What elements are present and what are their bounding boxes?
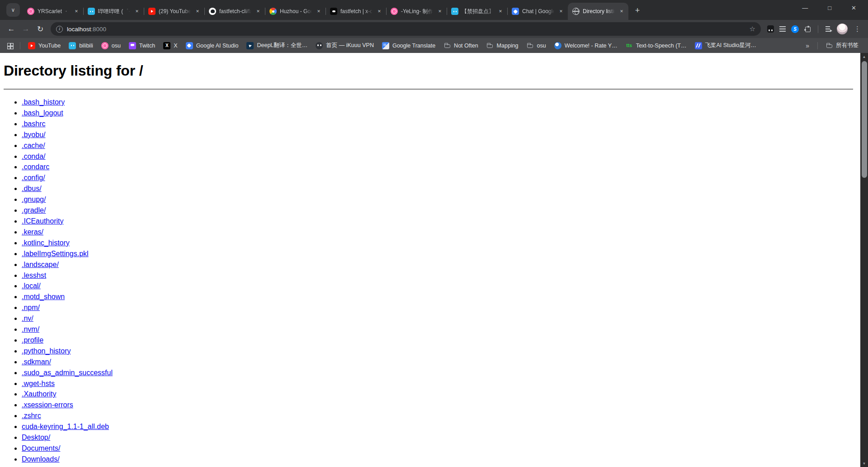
file-link[interactable]: .xsession-errors (22, 401, 73, 409)
bookmark-favicon-icon (69, 42, 76, 49)
bookmark-item[interactable]: osu (523, 40, 550, 51)
bookmark-item[interactable]: osu (97, 40, 125, 51)
file-link[interactable]: .bashrc (22, 120, 45, 128)
bookmark-item[interactable]: Not Often (439, 40, 482, 51)
profile-avatar[interactable] (837, 24, 848, 34)
file-link[interactable]: .wget-hsts (22, 380, 55, 387)
reload-button[interactable]: ↻ (33, 22, 47, 36)
file-link[interactable]: .bash_logout (22, 109, 63, 117)
minimize-icon[interactable]: — (802, 5, 808, 11)
file-link[interactable]: .conda/ (22, 152, 45, 160)
all-bookmarks-button[interactable]: 所有书签 (821, 40, 863, 51)
file-link[interactable]: .byobu/ (22, 131, 45, 138)
file-link[interactable]: .nv/ (22, 315, 33, 322)
browser-tab[interactable]: -YeLing- 制作的 L ✕ (386, 3, 447, 20)
browser-tab[interactable]: 【禁招盘点】街霸 ✕ (447, 3, 507, 20)
tab-close-icon[interactable]: ✕ (557, 8, 565, 15)
bookmarks-overflow-icon[interactable]: » (801, 42, 814, 49)
browser-tab[interactable]: Directory listing f ✕ (568, 3, 628, 20)
tab-close-icon[interactable]: ✕ (194, 8, 201, 15)
bookmark-item[interactable]: Google Translate (378, 40, 439, 51)
site-info-icon[interactable] (56, 26, 63, 33)
bookmark-item[interactable]: 首页 — iKuuu VPN (311, 40, 378, 51)
file-link[interactable]: .dbus/ (22, 185, 42, 192)
browser-tab[interactable]: fastfetch | x-cmd ✕ (326, 3, 386, 20)
bookmark-label: 飞桨AI Studio星河… (705, 42, 756, 49)
file-link[interactable]: .kotlinc_history (22, 239, 70, 247)
apps-grid-icon[interactable] (7, 43, 13, 48)
tab-close-icon[interactable]: ✕ (315, 8, 322, 15)
browser-tab[interactable]: YRScarlet ・ 玩家 ✕ (23, 3, 83, 20)
scroll-up-icon[interactable]: ▲ (860, 53, 868, 60)
vertical-scrollbar[interactable]: ▲ ▼ (860, 53, 868, 467)
maximize-icon[interactable]: □ (828, 5, 831, 11)
extensions-puzzle-icon[interactable] (804, 26, 811, 32)
file-link[interactable]: .local/ (22, 282, 41, 290)
file-link[interactable]: .sudo_as_admin_successful (22, 369, 113, 376)
tab-close-icon[interactable]: ✕ (436, 8, 443, 15)
tab-close-icon[interactable]: ✕ (376, 8, 383, 15)
file-link[interactable]: .nvm/ (22, 325, 39, 333)
bookmark-star-icon[interactable]: ☆ (750, 25, 755, 33)
browser-tab[interactable]: fastfetch-cli/fastf ✕ (204, 3, 265, 20)
file-link[interactable]: .npm/ (22, 304, 40, 311)
file-link[interactable]: Downloads/ (22, 455, 60, 463)
file-link[interactable]: .gnupg/ (22, 195, 46, 203)
scrollbar-thumb[interactable] (862, 61, 867, 178)
file-link[interactable]: .lesshst (22, 272, 46, 279)
browser-tab[interactable]: Chat | Google AI S ✕ (507, 3, 568, 20)
file-link[interactable]: .condarc (22, 163, 49, 171)
file-link[interactable]: cuda-keyring_1.1-1_all.deb (22, 423, 109, 430)
file-link[interactable]: .profile (22, 336, 43, 344)
bookmark-item[interactable]: X X (159, 40, 181, 51)
close-icon[interactable]: ✕ (851, 5, 856, 11)
bookmark-item[interactable]: Welcome! - Rate Y… (550, 40, 622, 51)
file-link[interactable]: .gradle/ (22, 206, 46, 214)
file-link[interactable]: .ICEauthority (22, 217, 63, 225)
file-link[interactable]: .cache/ (22, 142, 45, 149)
bookmark-item[interactable]: DeepL翻译：全世… (242, 40, 311, 51)
file-link[interactable]: .keras/ (22, 228, 43, 236)
file-list-item: .byobu/ (22, 129, 853, 140)
file-link[interactable]: .landscape/ (22, 261, 59, 268)
file-link[interactable]: Documents/ (22, 444, 60, 452)
bookmark-favicon-icon (246, 42, 254, 49)
tab-close-icon[interactable]: ✕ (497, 8, 504, 15)
new-tab-button[interactable]: + (631, 4, 644, 17)
scroll-down-icon[interactable]: ▼ (860, 460, 868, 467)
address-bar[interactable]: localhost:8000 ☆ (51, 22, 761, 36)
tab-search-button[interactable]: ∨ (6, 3, 20, 17)
browser-tab[interactable]: (29) YouTube ✕ (144, 3, 204, 20)
tab-close-icon[interactable]: ✕ (618, 8, 625, 15)
browser-menu-icon[interactable]: ⋮ (851, 25, 863, 33)
file-link[interactable]: .config/ (22, 174, 45, 181)
bookmark-item[interactable]: Google AI Studio (182, 40, 243, 51)
bookmark-item[interactable]: Mapping (482, 40, 523, 51)
extension-shazam-icon[interactable]: S (791, 25, 799, 33)
file-link[interactable]: .labelImgSettings.pkl (22, 250, 89, 257)
bookmark-item[interactable]: YouTube (24, 40, 65, 51)
file-link[interactable]: .motd_shown (22, 293, 65, 300)
tab-close-icon[interactable]: ✕ (255, 8, 262, 15)
file-link[interactable]: .sdkman/ (22, 358, 51, 366)
back-button[interactable]: ← (5, 22, 18, 36)
bookmark-item[interactable]: Twitch (125, 40, 159, 51)
bookmark-item[interactable]: tts Text-to-Speech (T… (622, 40, 691, 51)
file-link[interactable]: .python_history (22, 347, 71, 355)
extension-eyes-icon[interactable] (767, 25, 774, 33)
file-link[interactable]: .bash_history (22, 98, 65, 106)
browser-tab[interactable]: Huzhou - Google ✕ (265, 3, 326, 20)
file-list-item: .gradle/ (22, 205, 853, 216)
file-link[interactable]: .zshrc (22, 412, 41, 419)
forward-button[interactable]: → (19, 22, 33, 36)
bookmark-item[interactable]: 飞桨AI Studio星河… (691, 40, 760, 51)
tab-title: 【禁招盘点】街霸 (462, 8, 494, 15)
file-link[interactable]: Desktop/ (22, 434, 50, 441)
tab-close-icon[interactable]: ✕ (73, 8, 80, 15)
tab-close-icon[interactable]: ✕ (133, 8, 141, 15)
file-link[interactable]: .Xauthority (22, 390, 56, 398)
extension-list-icon[interactable] (779, 26, 786, 32)
browser-tab[interactable]: 哔哩哔哩 (゜-゜)つ ✕ (83, 3, 144, 20)
bookmark-item[interactable]: bilibili (65, 40, 97, 51)
playlist-icon[interactable] (826, 26, 832, 32)
